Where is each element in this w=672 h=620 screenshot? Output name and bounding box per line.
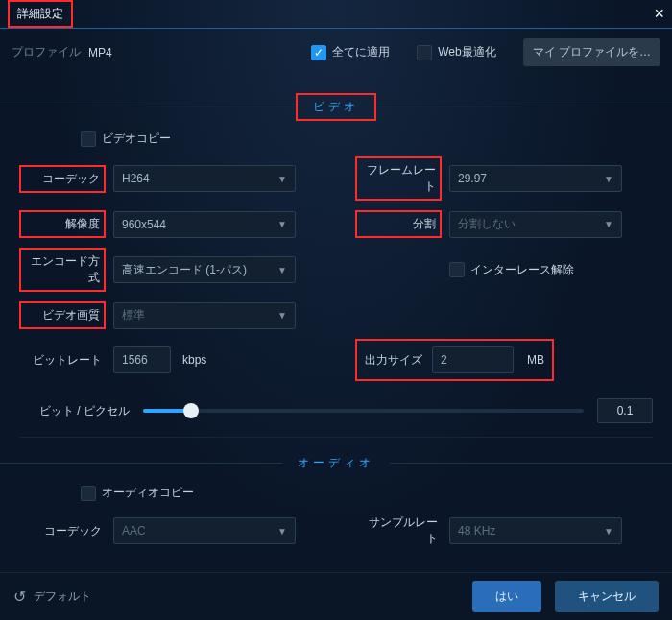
codec-select[interactable]: H264 ▼ <box>113 165 296 192</box>
audio-codec-select[interactable]: AAC ▼ <box>113 517 296 544</box>
audio-section-title: オーディオ <box>282 451 390 475</box>
chevron-down-icon: ▼ <box>604 219 613 229</box>
resolution-select[interactable]: 960x544 ▼ <box>113 211 296 238</box>
checkbox-empty-icon <box>449 262 465 277</box>
profile-label: プロファイル <box>12 44 81 60</box>
framerate-label: フレームレート <box>355 156 442 201</box>
codec-value: H264 <box>122 172 150 185</box>
quality-label: ビデオ画質 <box>19 301 106 329</box>
output-label: 出力サイズ <box>365 352 422 369</box>
samplerate-label: サンプルレート <box>355 511 442 551</box>
deinterlace-checkbox[interactable]: インターレース解除 <box>449 262 574 278</box>
chevron-down-icon: ▼ <box>277 265 287 275</box>
reset-label: デフォルト <box>34 588 91 605</box>
bitrate-value: 1566 <box>122 353 148 367</box>
bitrate-input[interactable]: 1566 <box>113 346 171 373</box>
checkbox-empty-icon <box>81 486 96 501</box>
profile-value: MP4 <box>88 46 112 60</box>
output-value: 2 <box>441 353 447 367</box>
output-size-group: 出力サイズ 2 MB <box>355 339 554 381</box>
undo-icon: ↺ <box>13 587 26 606</box>
split-value: 分割しない <box>458 216 516 232</box>
quality-value: 標準 <box>122 307 145 323</box>
check-icon: ✓ <box>311 45 326 60</box>
chevron-down-icon: ▼ <box>277 219 287 229</box>
web-optimize-checkbox[interactable]: Web最適化 <box>417 44 495 60</box>
framerate-select[interactable]: 29.97 ▼ <box>449 165 622 192</box>
apply-all-checkbox[interactable]: ✓ 全てに適用 <box>311 44 390 60</box>
bpp-label: ビット / ピクセル <box>19 403 130 419</box>
audio-copy-label: オーディオコピー <box>102 485 194 501</box>
framerate-value: 29.97 <box>458 172 487 185</box>
resolution-label: 解像度 <box>19 210 106 238</box>
divider <box>0 107 296 107</box>
encode-select[interactable]: 高速エンコード (1-パス) ▼ <box>113 256 296 283</box>
resolution-value: 960x544 <box>122 218 166 231</box>
audio-codec-value: AAC <box>122 524 146 537</box>
divider <box>19 437 653 438</box>
bitrate-label: ビットレート <box>19 348 106 372</box>
samplerate-value: 48 KHz <box>458 524 495 537</box>
encode-label: エンコード方式 <box>19 248 106 292</box>
my-profile-button[interactable]: マイ プロファイルを… <box>523 38 660 66</box>
audio-copy-checkbox[interactable]: オーディオコピー <box>81 485 194 501</box>
dialog-title: 詳細設定 <box>8 0 73 28</box>
deinterlace-label: インターレース解除 <box>470 262 574 278</box>
output-input[interactable]: 2 <box>432 346 514 373</box>
reset-button[interactable]: ↺ デフォルト <box>13 587 91 606</box>
quality-select[interactable]: 標準 ▼ <box>113 302 296 329</box>
output-unit: MB <box>527 353 544 367</box>
chevron-down-icon: ▼ <box>604 526 613 537</box>
bitrate-unit: kbps <box>182 353 206 367</box>
split-label: 分割 <box>355 210 442 238</box>
split-select[interactable]: 分割しない ▼ <box>449 211 622 238</box>
video-copy-checkbox[interactable]: ビデオコピー <box>81 131 171 147</box>
chevron-down-icon: ▼ <box>277 526 287 537</box>
codec-label: コーデック <box>19 165 106 193</box>
web-optimize-label: Web最適化 <box>438 44 495 60</box>
chevron-down-icon: ▼ <box>604 174 613 184</box>
apply-all-label: 全てに適用 <box>332 44 390 60</box>
slider-thumb[interactable] <box>183 403 199 418</box>
video-section-title: ビデオ <box>296 93 376 121</box>
checkbox-empty-icon <box>81 131 96 147</box>
bpp-value: 0.1 <box>597 398 653 423</box>
divider <box>390 463 672 464</box>
audio-codec-label: コーデック <box>19 519 106 543</box>
video-copy-label: ビデオコピー <box>102 131 171 147</box>
bpp-slider[interactable] <box>143 409 584 413</box>
divider <box>376 107 672 107</box>
close-icon[interactable]: × <box>654 4 664 24</box>
chevron-down-icon: ▼ <box>277 174 287 184</box>
cancel-button[interactable]: キャンセル <box>555 581 659 612</box>
ok-button[interactable]: はい <box>472 581 541 612</box>
chevron-down-icon: ▼ <box>277 310 287 321</box>
checkbox-empty-icon <box>417 45 432 60</box>
divider <box>0 463 282 464</box>
samplerate-select[interactable]: 48 KHz ▼ <box>449 517 622 544</box>
encode-value: 高速エンコード (1-パス) <box>122 262 247 278</box>
